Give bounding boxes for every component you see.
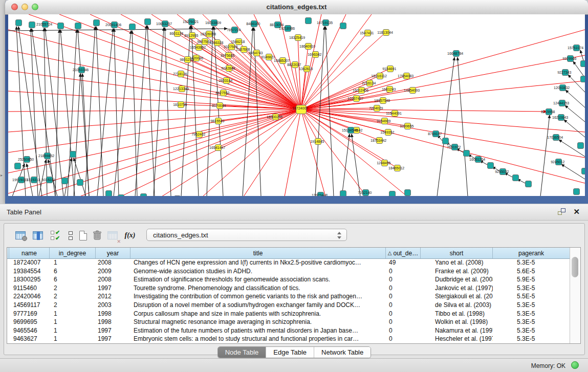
cell-out_degree[interactable]: 0 xyxy=(386,284,421,293)
cell-pagerank[interactable]: 5.3E-5 xyxy=(493,318,570,326)
graph-node[interactable]: 8427552 xyxy=(220,90,227,96)
cell-year[interactable]: 2008 xyxy=(96,258,130,267)
graph-node[interactable] xyxy=(140,193,147,196)
tab-edge-table[interactable]: Edge Table xyxy=(266,347,314,358)
graph-node[interactable]: 8170044 xyxy=(216,102,223,109)
graph-node[interactable]: 1914845 xyxy=(315,138,321,145)
cell-pagerank[interactable]: 5.3E-5 xyxy=(493,258,570,267)
cell-name[interactable]: 9465546 xyxy=(9,326,50,335)
graph-node[interactable]: 16033809 xyxy=(211,19,217,26)
graph-node[interactable]: 10653257 xyxy=(162,20,168,27)
graph-node[interactable]: 14854093 xyxy=(409,87,416,94)
graph-node[interactable] xyxy=(512,174,519,181)
cell-in_degree[interactable]: 1 xyxy=(50,326,96,335)
graph-node[interactable]: 1810755 xyxy=(178,101,184,108)
cell-title[interactable]: Genome-wide association studies in ADHD. xyxy=(130,267,386,276)
cell-out_degree[interactable]: 0 xyxy=(386,301,421,310)
table-row[interactable]: 946554611997Estimation of the future num… xyxy=(7,326,570,335)
cell-in_degree[interactable]: 2 xyxy=(50,301,96,310)
graph-node[interactable] xyxy=(580,76,585,82)
graph-node[interactable]: 15751074 xyxy=(573,45,580,51)
graph-node[interactable]: 16210643 xyxy=(558,114,564,121)
graph-node[interactable]: 11544091 xyxy=(391,110,398,117)
graph-node[interactable]: 9154691 xyxy=(387,65,394,72)
cell-out_degree[interactable]: 0 xyxy=(386,310,421,318)
graph-node[interactable] xyxy=(581,168,585,174)
tab-network-table[interactable]: Network Table xyxy=(314,347,371,358)
cell-name[interactable]: 18300295 xyxy=(9,275,50,284)
graph-node[interactable]: 3315311 xyxy=(31,177,37,183)
graph-node[interactable]: 16648784 xyxy=(453,50,460,57)
graph-node[interactable]: 18300295 xyxy=(272,114,279,120)
graph-node[interactable] xyxy=(404,189,411,196)
graph-node[interactable]: 9245012 xyxy=(555,159,562,165)
cell-name[interactable]: 9777169 xyxy=(9,310,50,318)
show-columns-icon[interactable] xyxy=(31,228,45,243)
graph-node[interactable]: 10719135 xyxy=(322,19,329,26)
graph-node[interactable]: 9242848 xyxy=(226,65,232,72)
graph-node[interactable] xyxy=(442,138,449,144)
graph-node[interactable]: 18465012 xyxy=(394,165,401,171)
graph-node[interactable]: 18957548 xyxy=(380,97,386,104)
graph-node[interactable]: 12213343 xyxy=(179,85,185,92)
graph-node[interactable]: 7204029 xyxy=(374,105,380,112)
column-header-name[interactable]: name xyxy=(9,248,50,258)
graph-node[interactable]: 9827503 xyxy=(202,38,208,45)
cell-in_degree[interactable]: 6 xyxy=(50,267,96,276)
cell-out_degree[interactable]: 49 xyxy=(386,258,421,267)
cell-year[interactable]: 1997 xyxy=(96,326,130,335)
graph-node[interactable]: 1547431 xyxy=(364,30,371,36)
graph-node[interactable]: 1099655 xyxy=(404,123,411,129)
graph-node[interactable]: 2718126 xyxy=(178,71,184,77)
graph-node[interactable]: 16061264 xyxy=(475,156,482,163)
graph-node[interactable]: 17036504 xyxy=(553,134,559,141)
cell-out_degree[interactable]: 0 xyxy=(386,318,421,326)
table-row[interactable]: 1938455462009Genome-wide association stu… xyxy=(7,267,570,276)
graph-node[interactable]: 20691406 xyxy=(111,21,118,28)
cell-title[interactable]: Structural magnetic resonance image aver… xyxy=(130,318,386,326)
cell-year[interactable]: 2003 xyxy=(96,301,130,310)
graph-node[interactable] xyxy=(75,23,81,29)
cell-name[interactable]: 22420046 xyxy=(9,292,50,301)
graph-node[interactable]: 15885207 xyxy=(279,57,286,64)
cell-name[interactable]: 19384554 xyxy=(9,267,50,276)
graph-node[interactable]: 12444153 xyxy=(559,100,565,106)
column-header-out_degree[interactable]: △out_de… xyxy=(386,248,421,258)
table-row[interactable]: 946362711997Embryonic stem cells: a mode… xyxy=(7,335,570,343)
graph-node[interactable]: 15276021 xyxy=(188,18,195,25)
cell-title[interactable]: Disruption of a novel member of a sodium… xyxy=(130,301,386,310)
cell-pagerank[interactable]: 5.3E-5 xyxy=(493,301,570,310)
splitter-grip-icon[interactable]: ▸ xyxy=(1,173,3,178)
table-row[interactable]: 1830029562008Estimation of significance … xyxy=(7,275,570,284)
delete-column-icon[interactable] xyxy=(90,228,104,243)
graph-node[interactable]: 1661243 xyxy=(386,86,393,93)
cell-name[interactable]: 9699695 xyxy=(9,318,50,326)
graph-node[interactable]: 19915031 xyxy=(18,177,25,183)
cell-out_degree[interactable]: 0 xyxy=(386,335,421,343)
new-column-icon[interactable] xyxy=(76,228,90,243)
graph-node[interactable] xyxy=(174,195,181,196)
graph-node[interactable]: 19218986 xyxy=(285,25,291,32)
column-header-short[interactable]: short xyxy=(421,248,493,258)
cell-out_degree[interactable]: 0 xyxy=(386,267,421,276)
graph-node[interactable] xyxy=(15,19,22,26)
graph-node[interactable]: 2216134 xyxy=(366,80,373,86)
column-header-in_degree[interactable]: in_degree xyxy=(50,248,96,258)
graph-node[interactable] xyxy=(144,18,151,25)
graph-node[interactable]: 18640910 xyxy=(305,43,312,50)
cell-year[interactable]: 2012 xyxy=(96,292,130,301)
graph-node[interactable]: 15134545 xyxy=(347,127,354,134)
graph-node[interactable] xyxy=(129,24,136,30)
table-row[interactable]: 969969511998Structural magnetic resonanc… xyxy=(7,318,570,326)
table-row[interactable]: 977716911998Corpus callosum shape and si… xyxy=(7,310,570,318)
graph-node[interactable]: 10167427 xyxy=(353,95,360,102)
table-selector-dropdown[interactable]: citations_edges.txt xyxy=(146,229,347,241)
graph-node[interactable]: 5015311 xyxy=(46,177,53,183)
cell-short[interactable]: Dudbridge et al. (2008) xyxy=(421,275,493,284)
graph-node[interactable]: 12093832 xyxy=(559,84,566,91)
graph-node[interactable]: 18226058 xyxy=(206,31,212,37)
graph-node[interactable]: 13923448 xyxy=(317,192,324,196)
graph-node[interactable] xyxy=(29,21,35,28)
graph-node[interactable]: 16543862 xyxy=(195,44,202,51)
table-row[interactable]: 911546021997Tourette syndrome. Phenomeno… xyxy=(7,284,570,293)
